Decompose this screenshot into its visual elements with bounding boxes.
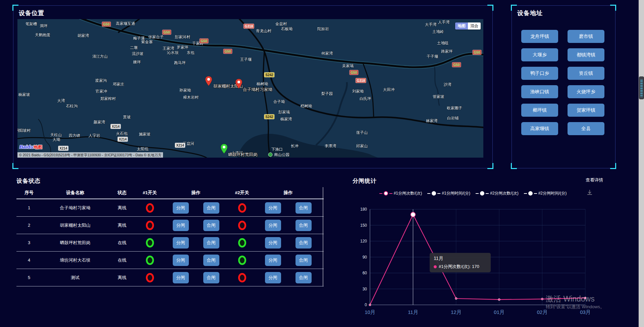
baidu-map[interactable]: 笔架槽洞坪天鹅抱蛋胡家湾高家堰互通梅子溪紫金寨二墩流沙坡沁水坝腰坪跑马坪渡家沟邓… — [17, 19, 483, 158]
map-place-label: 东包 — [187, 50, 195, 55]
column-header: 操作 — [256, 190, 320, 196]
map-place-label: 土地咀 — [437, 41, 449, 46]
address-button-大堰乡[interactable]: 大堰乡 — [521, 48, 558, 61]
row-index: 3 — [16, 240, 42, 245]
device-marker-label: 晒鼓坪村荒田岗 — [228, 152, 258, 158]
switch2-indicator-cell — [228, 203, 256, 213]
map-place-label: 石板坳 — [281, 26, 293, 32]
device-status-title: 设备状态 — [16, 177, 41, 185]
map-place-label: 莲子山 — [356, 130, 368, 135]
map-place-label: 大手湾 — [425, 22, 437, 27]
open-switch1-button[interactable]: 分闸 — [173, 237, 189, 249]
address-button-渔峡口镇[interactable]: 渔峡口镇 — [521, 85, 558, 98]
open-switch1-button[interactable]: 分闸 — [173, 255, 189, 266]
close-switch1-button[interactable]: 合闸 — [203, 237, 219, 249]
column-header: 状态 — [109, 190, 136, 196]
column-header: #2开关 — [228, 190, 256, 196]
address-button-全县[interactable]: 全县 — [568, 122, 604, 135]
corner-bracket — [12, 163, 18, 169]
row-index: 2 — [16, 223, 42, 228]
address-button-磨市镇[interactable]: 磨市镇 — [568, 30, 604, 43]
address-button-都镇湾镇[interactable]: 都镇湾镇 — [568, 48, 604, 61]
address-button-龙舟坪镇[interactable]: 龙舟坪镇 — [521, 30, 558, 43]
page-scrollbar-thumb[interactable] — [639, 76, 644, 99]
switch2-indicator-cell — [228, 273, 256, 282]
map-place-label: 孙家坳 — [179, 88, 191, 93]
switch2-ops: 分闸合闸 — [256, 220, 320, 231]
map-place-label: 林家湾 — [426, 118, 438, 123]
open-switch1-button[interactable]: 分闸 — [173, 272, 189, 283]
map-place-label: 杨家坡 — [18, 92, 30, 97]
device-status: 离线 — [109, 222, 136, 228]
map-place-label: 王子堰 — [240, 57, 252, 62]
map-place-label: 彭家河村 — [175, 35, 190, 40]
chart-tooltip: 11月 #1分闸次数/(次): 170 — [430, 253, 491, 272]
switch2-ops: 分闸合闸 — [256, 202, 320, 214]
device-marker[interactable] — [235, 78, 243, 90]
close-switch1-button[interactable]: 合闸 — [203, 202, 219, 214]
map-place-label: 青龙山村 — [256, 29, 271, 34]
table-row: 1合子坳村习家坳离线分闸合闸分闸合闸 — [16, 199, 324, 217]
map-place-label: 火石包 — [116, 131, 128, 136]
map-place-label: 官家冲 — [96, 89, 107, 94]
close-switch2-button[interactable]: 合闸 — [296, 237, 312, 249]
map-type-hybrid-button[interactable]: 混合 — [468, 22, 481, 30]
open-switch2-button[interactable]: 分闸 — [265, 237, 281, 249]
table-scrollbar[interactable] — [323, 187, 323, 286]
map-type-map-button[interactable]: 地图 — [455, 22, 468, 30]
switch1-indicator-cell — [136, 221, 164, 230]
svg-text:01月: 01月 — [494, 309, 504, 315]
windows-activation-hint: 转到“设置”以激活 Windows。 — [546, 304, 605, 310]
close-switch2-button[interactable]: 合闸 — [296, 255, 312, 266]
address-button-资丘镇[interactable]: 资丘镇 — [568, 67, 604, 80]
switch1-indicator-cell — [136, 256, 164, 265]
device-address-title: 设备地址 — [517, 9, 543, 17]
svg-text:11月: 11月 — [408, 309, 418, 315]
open-switch2-button[interactable]: 分闸 — [265, 202, 281, 214]
open-switch2-button[interactable]: 分闸 — [265, 220, 281, 231]
corner-bracket — [610, 163, 616, 169]
table-row: 3晒鼓坪村荒田岗在线分闸合闸分闸合闸 — [16, 234, 324, 252]
device-marker[interactable] — [220, 144, 228, 155]
switch2-indicator-cell — [228, 256, 256, 265]
map-place-label: 罗家坪 — [177, 45, 189, 50]
close-switch1-button[interactable]: 合闸 — [203, 272, 219, 283]
open-switch2-button[interactable]: 分闸 — [265, 255, 281, 266]
close-switch2-button[interactable]: 合闸 — [296, 272, 312, 283]
map-place-label: 彭家垴 — [278, 110, 290, 115]
road-shield-S242: S242 — [264, 72, 274, 77]
device-marker[interactable] — [205, 76, 213, 88]
address-button-鸭子口乡[interactable]: 鸭子口乡 — [521, 67, 558, 80]
close-switch2-button[interactable]: 合闸 — [296, 202, 312, 214]
map-place-label: 刘家坳 — [352, 89, 364, 94]
open-switch1-button[interactable]: 分闸 — [173, 202, 189, 214]
corner-bracket — [511, 163, 517, 169]
address-button-火烧坪乡[interactable]: 火烧坪乡 — [568, 85, 604, 98]
address-button-高家堰镇[interactable]: 高家堰镇 — [521, 122, 558, 135]
svg-text:150: 150 — [360, 223, 367, 228]
close-switch2-button[interactable]: 合闸 — [296, 220, 312, 231]
address-button-贺家坪镇[interactable]: 贺家坪镇 — [568, 104, 604, 117]
svg-text:120: 120 — [360, 239, 367, 243]
switch1-indicator-cell — [136, 273, 164, 282]
switch1-ops: 分闸合闸 — [164, 220, 228, 231]
address-button-榔坪镇[interactable]: 榔坪镇 — [521, 104, 558, 117]
close-switch1-button[interactable]: 合闸 — [203, 255, 219, 266]
map-place-label: 清江方山 — [92, 54, 108, 59]
column-header: 设备名称 — [42, 190, 109, 196]
map-place-label: 邱家山 — [356, 144, 368, 149]
page-scrollbar-track[interactable] — [639, 0, 644, 327]
map-place-label: 四方碑 — [69, 133, 80, 138]
tooltip-title: 11月 — [434, 256, 487, 262]
device-name: 晒鼓坪村荒田岗 — [42, 240, 109, 246]
open-switch2-button[interactable]: 分闸 — [265, 272, 281, 283]
map-place-label: 胡家湾 — [77, 33, 89, 38]
map-place-label: 何家湾 — [321, 51, 333, 56]
switch1-indicator-cell — [136, 203, 164, 213]
close-switch1-button[interactable]: 合闸 — [203, 220, 219, 231]
map-place-label: 白岩铺 — [447, 116, 459, 121]
switch1-indicator-red — [146, 273, 154, 282]
svg-text:02月: 02月 — [537, 309, 548, 315]
open-switch1-button[interactable]: 分闸 — [173, 220, 189, 231]
switch1-ops: 分闸合闸 — [164, 272, 228, 283]
